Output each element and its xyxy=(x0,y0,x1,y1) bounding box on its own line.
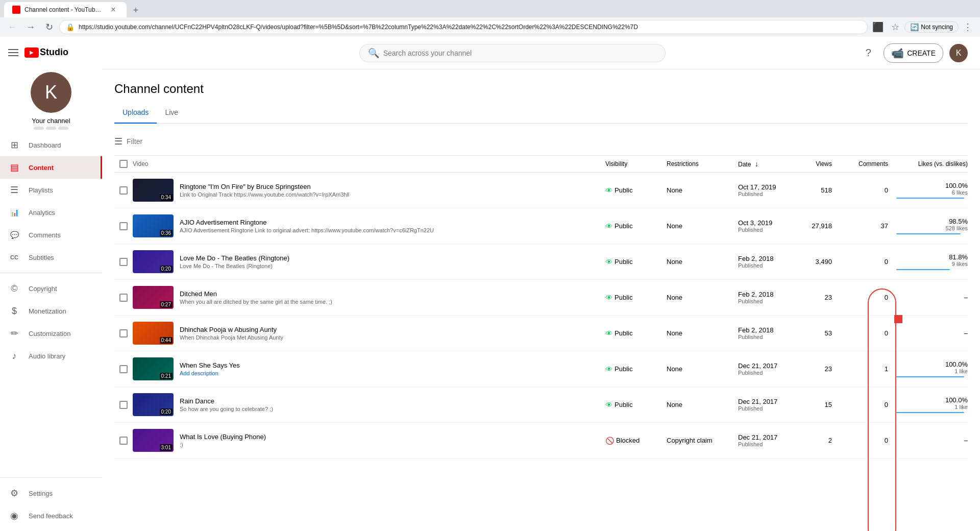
create-icon: 📹 xyxy=(891,47,904,59)
forward-button[interactable]: → xyxy=(22,19,39,35)
create-button[interactable]: 📹 CREATE xyxy=(884,43,943,63)
sidebar-item-monetization[interactable]: $ Monetization xyxy=(0,300,102,322)
thumbnail-1[interactable]: 0:36 xyxy=(133,214,174,237)
sidebar-item-comments[interactable]: 💬 Comments xyxy=(0,224,102,246)
header-date[interactable]: Date ↓ xyxy=(738,160,799,168)
row-check-5[interactable] xyxy=(114,365,133,373)
video-title-7[interactable]: What Is Love (Buying Phone) xyxy=(180,433,597,441)
row-date-5: Dec 21, 2017 Published xyxy=(738,362,799,376)
refresh-button[interactable]: ↻ xyxy=(41,19,57,35)
new-tab-button[interactable]: + xyxy=(129,3,143,17)
bookmark-button[interactable]: ☆ xyxy=(887,19,903,35)
row-date-6: Dec 21, 2017 Published xyxy=(738,398,799,412)
row-check-2[interactable] xyxy=(114,258,133,266)
row-checkbox-7[interactable] xyxy=(119,437,128,445)
video-title-6[interactable]: Rain Dance xyxy=(180,397,597,405)
thumbnail-2[interactable]: 0:20 xyxy=(133,250,174,273)
analytics-label: Analytics xyxy=(29,209,55,216)
row-checkbox-6[interactable] xyxy=(119,401,128,409)
active-tab[interactable]: Channel content - YouTube Stu... × xyxy=(4,2,127,17)
sidebar-item-analytics[interactable]: 📊 Analytics xyxy=(0,201,102,224)
row-date-4: Feb 2, 2018 Published xyxy=(738,326,799,340)
tab-close-button[interactable]: × xyxy=(108,5,118,15)
row-check-3[interactable] xyxy=(114,294,133,302)
sidebar-item-feedback[interactable]: ◉ Send feedback xyxy=(0,504,102,527)
row-comments-1[interactable]: 37 xyxy=(840,222,896,230)
sidebar-item-settings[interactable]: ⚙ Settings xyxy=(0,482,102,504)
row-check-0[interactable] xyxy=(114,186,133,195)
duration-6: 0:20 xyxy=(160,408,173,415)
row-checkbox-1[interactable] xyxy=(119,222,128,230)
not-syncing-button[interactable]: 🔄 Not syncing xyxy=(904,21,959,33)
tab-title: Channel content - YouTube Stu... xyxy=(24,6,104,13)
visibility-text-1: Public xyxy=(615,222,632,230)
public-eye-icon: 👁 xyxy=(605,186,612,195)
likes-col-label: Likes (vs. dislikes) xyxy=(918,160,968,167)
row-checkbox-2[interactable] xyxy=(119,258,128,266)
tab-uploads[interactable]: Uploads xyxy=(114,104,157,124)
sidebar-item-customization[interactable]: ✏ Customization xyxy=(0,322,102,345)
address-bar[interactable]: 🔒 https://studio.youtube.com/channel/UCF… xyxy=(59,20,868,34)
sidebar-item-copyright[interactable]: © Copyright xyxy=(0,277,102,300)
header-restrictions: Restrictions xyxy=(667,160,738,167)
row-comments-0[interactable]: 0 xyxy=(840,186,896,194)
comments-icon: 💬 xyxy=(8,229,20,241)
row-checkbox-3[interactable] xyxy=(119,294,128,302)
row-check-6[interactable] xyxy=(114,401,133,409)
row-comments-6[interactable]: 0 xyxy=(840,401,896,408)
row-check-1[interactable] xyxy=(114,222,133,230)
sidebar-header[interactable]: Studio xyxy=(0,41,102,64)
topbar-right: ? 📹 CREATE K xyxy=(859,43,968,63)
extensions-button[interactable]: ⬛ xyxy=(870,19,886,35)
row-comments-4[interactable]: 0 xyxy=(840,329,896,337)
video-title-0[interactable]: Ringtone "I'm On Fire" by Bruce Springst… xyxy=(180,183,597,190)
user-avatar[interactable]: K xyxy=(949,44,968,62)
hamburger-icon[interactable] xyxy=(8,49,18,56)
date-secondary-3: Published xyxy=(738,298,799,304)
thumbnail-7[interactable]: 3:01 xyxy=(133,429,174,452)
sidebar-item-subtitles[interactable]: CC Subtitles xyxy=(0,246,102,269)
date-primary-2: Feb 2, 2018 xyxy=(738,255,799,262)
sidebar-item-audio[interactable]: ♪ Audio library xyxy=(0,345,102,367)
row-check-7[interactable] xyxy=(114,437,133,445)
help-button[interactable]: ? xyxy=(859,44,877,62)
browser-tabs: Channel content - YouTube Stu... × + xyxy=(0,0,980,17)
thumbnail-3[interactable]: 0:27 xyxy=(133,286,174,309)
row-checkbox-5[interactable] xyxy=(119,365,128,373)
video-title-2[interactable]: Love Me Do - The Beatles (Ringtone) xyxy=(180,254,597,262)
thumbnail-0[interactable]: 0:34 xyxy=(133,179,174,202)
restrictions-col-label: Restrictions xyxy=(667,160,699,167)
views-count-5: 23 xyxy=(825,365,832,373)
video-title-5[interactable]: When She Says Yes xyxy=(180,361,597,369)
back-button[interactable]: ← xyxy=(4,19,20,35)
row-comments-3[interactable]: 0 xyxy=(840,294,896,301)
thumbnail-5[interactable]: 0:21 xyxy=(133,357,174,380)
select-all-checkbox[interactable] xyxy=(119,160,128,168)
thumbnail-4[interactable]: 0:44 xyxy=(133,322,174,345)
video-title-1[interactable]: AJIO Advertisement Ringtone xyxy=(180,219,597,226)
visibility-text-4: Public xyxy=(615,329,632,337)
header-check[interactable] xyxy=(114,160,133,168)
sidebar-item-playlists[interactable]: ☰ Playlists xyxy=(0,179,102,201)
filter-input[interactable] xyxy=(127,137,216,146)
row-check-4[interactable] xyxy=(114,329,133,337)
video-title-4[interactable]: Dhinchak Pooja w Abusing Aunty xyxy=(180,326,597,333)
browser-chrome: Channel content - YouTube Stu... × + ← →… xyxy=(0,0,980,37)
search-box[interactable]: 🔍 xyxy=(359,44,666,62)
channel-avatar[interactable]: K xyxy=(31,72,71,113)
sidebar-item-content[interactable]: ▤ Content xyxy=(0,156,102,179)
row-checkbox-4[interactable] xyxy=(119,329,128,337)
views-count-2: 3,490 xyxy=(815,258,832,266)
visibility-text-5: Public xyxy=(615,365,632,373)
row-comments-2[interactable]: 0 xyxy=(840,258,896,266)
video-title-3[interactable]: Ditched Men xyxy=(180,290,597,298)
row-checkbox-0[interactable] xyxy=(119,186,128,195)
search-input[interactable] xyxy=(383,49,657,57)
date-secondary-1: Published xyxy=(738,227,799,233)
thumbnail-6[interactable]: 0:20 xyxy=(133,393,174,416)
tab-live[interactable]: Live xyxy=(157,104,186,124)
row-comments-7[interactable]: 0 xyxy=(840,437,896,444)
more-button[interactable]: ⋮ xyxy=(960,19,976,35)
row-comments-5[interactable]: 1 xyxy=(840,365,896,373)
sidebar-item-dashboard[interactable]: ⊞ Dashboard xyxy=(0,134,102,156)
